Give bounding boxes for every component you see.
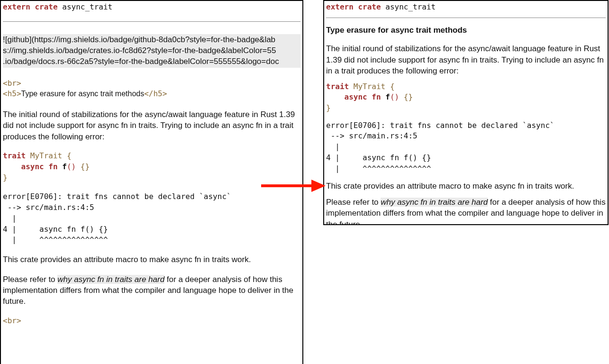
section-heading: Type erasure for async trait methods [326, 25, 606, 36]
error-output-block: error[E0706]: trait fns cannot be declar… [326, 120, 606, 174]
trait-code-block: trait MyTrait { async fn f() {} } [3, 151, 300, 183]
outro-paragraph-2: Please refer to why async fn in traits a… [3, 274, 300, 307]
outro-paragraph-1: This crate provides an attribute macro t… [326, 181, 606, 191]
kw-crate: crate [35, 2, 57, 11]
crate-declaration: extern crate async_trait [326, 2, 606, 13]
outro-paragraph-2: Please refer to why async fn in traits a… [326, 197, 606, 225]
kw-extern: extern [3, 2, 30, 11]
intro-paragraph: The initial round of stabilizations for … [326, 43, 606, 76]
left-source-panel: extern crate async_trait ![github](https… [0, 0, 303, 364]
divider [3, 21, 300, 22]
raw-h5-line: <h5>Type erasure for async trait methods… [3, 89, 300, 100]
badge-line-3: .io/badge/docs.rs-66c2a5?style=for-the-b… [3, 56, 300, 67]
intro-paragraph: The initial round of stabilizations for … [3, 109, 300, 142]
crate-name: async_trait [62, 2, 112, 11]
badge-line-2: s://img.shields.io/badge/crates.io-fc8d6… [3, 46, 300, 56]
trait-code-block: trait MyTrait { async fn f() {} } [326, 82, 606, 114]
reference-link[interactable]: why async fn in traits are hard [381, 198, 488, 207]
badge-line-1: ![github](https://img.shields.io/badge/g… [3, 35, 300, 46]
raw-br-tag: <br> [3, 78, 300, 89]
crate-declaration: extern crate async_trait [3, 2, 300, 13]
error-output-block: error[E0706]: trait fns cannot be declar… [3, 191, 300, 246]
outro-paragraph-1: This crate provides an attribute macro t… [3, 254, 300, 265]
badge-markdown-block: ![github](https://img.shields.io/badge/g… [3, 34, 300, 68]
raw-br-tag-bottom: <br> [3, 316, 300, 327]
divider [326, 18, 606, 18]
right-rendered-panel: extern crate async_trait Type erasure fo… [323, 0, 609, 225]
reference-link[interactable]: why async fn in traits are hard [57, 275, 164, 284]
